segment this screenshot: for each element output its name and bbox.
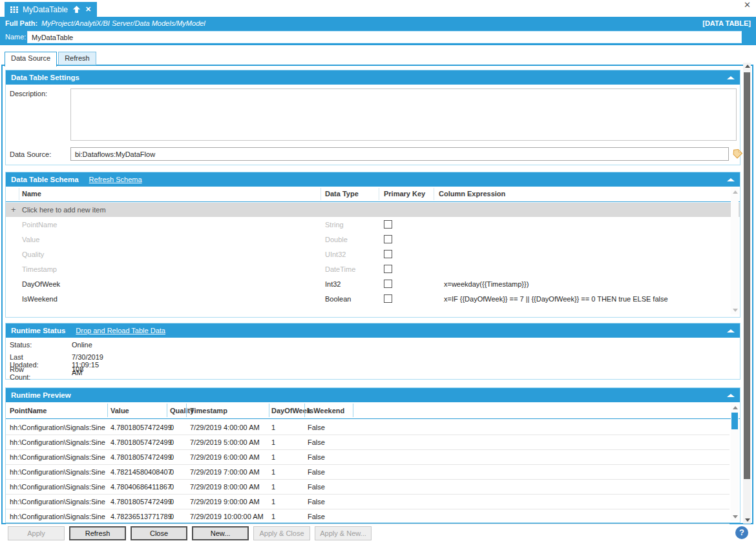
cell-timestamp: 7/29/2019 5:00:00 AM [190, 438, 260, 446]
schema-row-pointname[interactable]: PointName String [6, 218, 730, 232]
help-icon[interactable]: ? [735, 526, 748, 539]
cell-isweekend: False [308, 513, 325, 520]
preview-scrollbar[interactable] [731, 404, 739, 521]
full-path-bar: Full Path: MyProject/AnalytiX/BI Server/… [0, 17, 756, 29]
collapse-settings-icon[interactable] [727, 76, 735, 79]
cell-timestamp: 7/29/2019 10:00:00 AM [190, 513, 264, 520]
editor-tabs: Data Source Refresh [5, 52, 96, 65]
cell-isweekend: False [308, 468, 325, 476]
primary-key-checkbox[interactable] [384, 250, 392, 258]
apply-close-button[interactable]: Apply & Close [253, 526, 310, 540]
schema-cell-type: UInt32 [325, 251, 346, 258]
add-row-label: Click here to add new item [22, 206, 106, 214]
scroll-up-icon[interactable] [733, 190, 738, 194]
schema-cell-type: String [325, 221, 344, 229]
preview-col-isweekend: IsWeekend [308, 407, 344, 415]
preview-section-title: Runtime Preview [11, 391, 71, 399]
preview-row[interactable]: hh:\Configuration\Signals:Sine 4.7823651… [6, 509, 730, 524]
preview-scroll-thumb[interactable] [731, 413, 738, 429]
schema-cell-name: IsWeekend [22, 295, 58, 303]
scroll-up-icon[interactable] [745, 65, 750, 68]
schema-add-row[interactable]: + Click here to add new item [6, 203, 740, 217]
apply-button[interactable]: Apply [8, 526, 65, 540]
primary-key-checkbox[interactable] [384, 265, 392, 273]
cell-timestamp: 7/29/2019 8:00:00 AM [190, 483, 260, 491]
name-input[interactable] [27, 31, 742, 43]
cell-dayofweek: 1 [271, 513, 275, 520]
cell-quality: 0 [170, 453, 174, 461]
new-button[interactable]: New... [192, 526, 249, 540]
section-data-table-settings: Data Table Settings Description: Data So… [5, 70, 740, 165]
description-label: Description: [10, 90, 47, 97]
cell-dayofweek: 1 [271, 498, 275, 506]
preview-row[interactable]: hh:\Configuration\Signals:Sine 4.7821458… [6, 465, 730, 480]
cell-dayofweek: 1 [271, 438, 275, 446]
primary-key-checkbox[interactable] [384, 220, 392, 229]
primary-key-checkbox[interactable] [384, 235, 392, 243]
schema-grid-header: Name Data Type Primary Key Column Expres… [6, 187, 740, 202]
cell-value: 4.78236513771789 [110, 513, 172, 520]
table-grid-icon [10, 6, 18, 13]
preview-row[interactable]: hh:\Configuration\Signals:Sine 4.7801805… [6, 450, 730, 465]
scroll-down-icon[interactable] [733, 515, 738, 518]
cell-quality: 0 [170, 498, 174, 506]
document-tab[interactable]: MyDataTable ✕ [5, 2, 97, 17]
drop-reload-link[interactable]: Drop and Reload Table Data [76, 327, 165, 334]
collapse-preview-icon[interactable] [727, 394, 735, 397]
schema-row-dayofweek[interactable]: DayOfWeek Int32 x=weekday({{Timestamp}}) [6, 277, 730, 292]
document-tab-close-icon[interactable]: ✕ [85, 6, 91, 13]
schema-row-value[interactable]: Value Double [6, 232, 730, 247]
cell-timestamp: 7/29/2019 6:00:00 AM [190, 453, 260, 461]
main-scroll-thumb[interactable] [744, 72, 750, 479]
schema-row-timestamp[interactable]: Timestamp DateTime [6, 262, 730, 277]
status-section-title: Runtime Status [11, 327, 65, 334]
schema-cell-name: DayOfWeek [22, 280, 60, 288]
tag-browse-icon[interactable] [732, 149, 743, 159]
cell-value: 4.78040686411867 [110, 483, 171, 491]
cell-isweekend: False [308, 424, 325, 431]
schema-cell-type: Double [325, 236, 348, 243]
cell-pointname: hh:\Configuration\Signals:Sine [10, 498, 105, 506]
preview-row[interactable]: hh:\Configuration\Signals:Sine 4.7801805… [6, 420, 730, 435]
section-runtime-status: Runtime Status Drop and Reload Table Dat… [5, 323, 740, 380]
cell-isweekend: False [308, 498, 325, 506]
refresh-schema-link[interactable]: Refresh Schema [89, 176, 142, 183]
cell-dayofweek: 1 [271, 453, 275, 461]
preview-col-timestamp: Timestamp [190, 407, 227, 415]
preview-grid-header: PointName Value Quality Timestamp DayOfW… [6, 402, 740, 419]
promote-up-icon[interactable] [72, 5, 81, 14]
scroll-down-icon[interactable] [733, 309, 738, 312]
status-value: Online [72, 341, 92, 349]
cell-value: 4.78018057472499 [110, 453, 172, 461]
cell-pointname: hh:\Configuration\Signals:Sine [10, 453, 105, 461]
schema-row-quality[interactable]: Quality UInt32 [6, 247, 730, 262]
schema-scrollbar[interactable] [731, 188, 739, 314]
schema-section-title: Data Table Schema [11, 176, 79, 183]
apply-new-button[interactable]: Apply & New... [315, 526, 372, 540]
collapse-status-icon[interactable] [727, 329, 735, 333]
schema-section-header: Data Table Schema Refresh Schema [6, 172, 740, 187]
window-close-icon[interactable]: ✕ [744, 1, 751, 10]
scroll-down-icon[interactable] [745, 518, 750, 522]
primary-key-checkbox[interactable] [384, 294, 392, 303]
footer-button-bar: Apply Refresh Close New... Apply & Close… [0, 526, 756, 542]
full-path-value: MyProject/AnalytiX/BI Server/Data Models… [41, 19, 205, 27]
refresh-button[interactable]: Refresh [69, 526, 126, 540]
name-label: Name: [5, 33, 26, 41]
collapse-schema-icon[interactable] [727, 178, 735, 181]
data-source-input[interactable] [70, 147, 729, 161]
section-data-table-schema: Data Table Schema Refresh Schema Name Da… [5, 172, 740, 318]
scroll-up-icon[interactable] [733, 406, 738, 409]
preview-row[interactable]: hh:\Configuration\Signals:Sine 4.7801805… [6, 495, 730, 509]
schema-cell-name: Value [22, 236, 39, 243]
tab-data-source[interactable]: Data Source [5, 52, 57, 67]
tab-refresh[interactable]: Refresh [58, 52, 96, 65]
preview-row[interactable]: hh:\Configuration\Signals:Sine 4.7804068… [6, 480, 730, 495]
close-button[interactable]: Close [131, 526, 187, 540]
cell-value: 4.78018057472499 [110, 438, 172, 446]
schema-row-isweekend[interactable]: IsWeekend Boolean x=IF {{DayOfWeek}} == … [6, 292, 730, 307]
primary-key-checkbox[interactable] [384, 280, 392, 288]
description-textarea[interactable] [70, 88, 737, 141]
preview-row[interactable]: hh:\Configuration\Signals:Sine 4.7801805… [6, 435, 730, 450]
main-scrollbar[interactable] [743, 63, 751, 524]
